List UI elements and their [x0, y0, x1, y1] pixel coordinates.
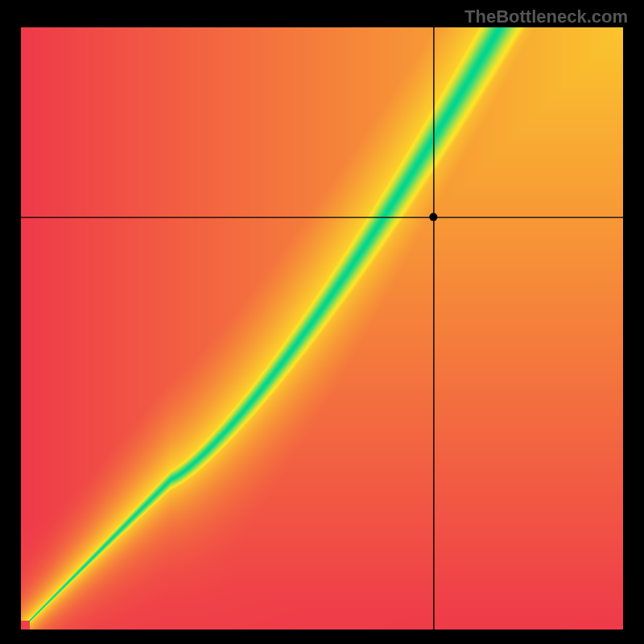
bottleneck-heatmap: [21, 27, 623, 630]
plot-area: [21, 27, 623, 630]
watermark-text: TheBottleneck.com: [464, 6, 628, 27]
figure-container: TheBottleneck.com: [0, 0, 644, 644]
